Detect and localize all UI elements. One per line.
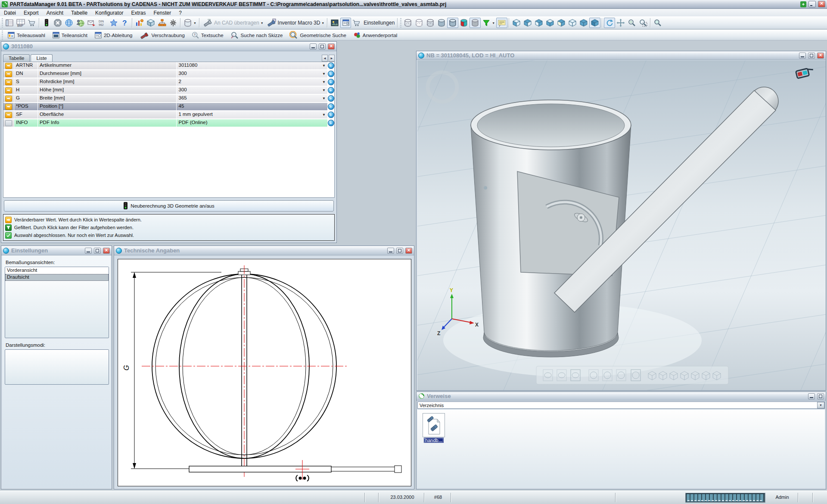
cart2-icon[interactable] [351, 18, 362, 28]
pan-icon[interactable] [615, 18, 626, 28]
tab-tabelle[interactable]: Tabelle [3, 54, 30, 62]
an-cad-button[interactable]: An CAD übertragen▼ [201, 18, 265, 28]
table-row-info[interactable]: INFOPDF InfoPDF (Online)▸ [3, 119, 334, 127]
nav-textsuche[interactable]: TTextsuche [188, 31, 227, 40]
recalc-3d-button[interactable]: Neuberechnung 3D Geometrie an/aus [4, 200, 334, 212]
render-image-icon[interactable] [329, 18, 340, 28]
view-cube-top-icon[interactable] [556, 18, 567, 28]
tech-close-button[interactable] [405, 248, 412, 254]
view-cube-front-icon[interactable] [533, 18, 544, 28]
nav-2d-ableitung[interactable]: 2D-Ableitung [91, 31, 136, 40]
einstellungen-button[interactable]: Einstellungen [362, 18, 396, 28]
viewport-3d[interactable]: Y X Z [417, 60, 826, 390]
value-info-icon[interactable]: ▸ [328, 79, 334, 85]
tab-scroll-right-button[interactable]: ► [329, 55, 335, 62]
view-cube-left-icon[interactable] [511, 18, 522, 28]
nav-teileansicht[interactable]: Teileansicht [49, 31, 91, 40]
value-dropdown-icon[interactable]: ▼ [322, 88, 326, 92]
verweise-minimize-button[interactable] [808, 393, 815, 399]
form-view-icon[interactable] [340, 18, 351, 28]
part-panel-minimize-button[interactable] [310, 44, 317, 50]
settings-minimize-button[interactable] [85, 248, 92, 254]
favorites-icon[interactable] [108, 18, 119, 28]
menu-ansicht[interactable]: Ansicht [43, 9, 67, 16]
menu-fenster[interactable]: Fenster [149, 9, 175, 16]
nav-anwenderportal[interactable]: Anwenderportal [350, 31, 401, 40]
menu-tabelle[interactable]: Tabelle [67, 9, 91, 16]
menu-?[interactable]: ? [175, 9, 186, 16]
cyl-gray-icon[interactable] [469, 18, 481, 28]
nav-suche-nach-skizze[interactable]: Suche nach Skizze [227, 31, 286, 40]
row-value[interactable]: 1 mm gepulvert▼ [177, 111, 327, 118]
annotation-icon[interactable] [496, 18, 507, 28]
verweise-maximize-button[interactable] [817, 393, 824, 399]
editable-value-icon[interactable] [5, 71, 12, 77]
parts-list-icon[interactable] [4, 18, 15, 28]
table-row-sf[interactable]: SFOberfläche1 mm gepulvert▼▸ [3, 111, 334, 119]
value-dropdown-icon[interactable]: ▼ [322, 80, 326, 84]
view-option-draufsicht[interactable]: Draufsicht [5, 274, 109, 281]
value-info-icon[interactable]: ▸ [328, 62, 334, 69]
value-dropdown-icon[interactable]: ▼ [322, 64, 326, 68]
table-row-artnr[interactable]: ARTNRArtikelnummer3011080▼▸ [3, 62, 334, 70]
settings-maximize-button[interactable] [94, 248, 101, 254]
menu-datei[interactable]: Datei [0, 9, 20, 16]
export-3d-icon[interactable] [145, 18, 156, 28]
menu-konfigurator[interactable]: Konfigurator [91, 9, 127, 16]
table-row-dn[interactable]: DNDurchmesser [mm]300▼▸ [3, 70, 334, 78]
cart-icon[interactable] [26, 18, 37, 28]
effects-icon[interactable] [168, 18, 179, 28]
value-dropdown-icon[interactable]: ▼ [322, 113, 326, 117]
combobox-dropdown-button[interactable]: ▼ [817, 402, 824, 408]
row-value[interactable]: 300▼ [177, 87, 327, 94]
row-value[interactable]: 45 [177, 103, 327, 110]
view-cube-iso-icon[interactable] [578, 18, 589, 28]
inventor-macro-button[interactable]: Inventor Macro 3D▼ [265, 18, 326, 28]
cyl-shaded-icon[interactable] [436, 18, 447, 28]
directory-combobox[interactable]: Verzeichnis ▼ [417, 401, 825, 409]
value-info-icon[interactable]: ▸ [328, 87, 334, 93]
rotate-icon[interactable] [604, 18, 615, 28]
user-web-icon[interactable] [75, 18, 86, 28]
cylinder-menu-icon[interactable]: ▼ [182, 18, 198, 28]
tech-maximize-button[interactable] [396, 248, 403, 254]
view3d-minimize-button[interactable] [799, 53, 806, 59]
nav-teileauswahl[interactable]: Teileauswahl [4, 31, 49, 40]
topology-icon[interactable] [156, 18, 168, 28]
traffic-light-icon[interactable] [41, 18, 52, 28]
view-option-vorderansicht[interactable]: Vorderansicht [5, 267, 109, 274]
table-row-pos[interactable]: *POSPosition [°]45▸ [3, 103, 334, 111]
editable-value-icon[interactable] [5, 63, 12, 69]
din-norm-icon[interactable]: DIN962 [97, 18, 108, 28]
cyl-shaded-edges-icon[interactable] [447, 18, 458, 28]
editable-value-icon[interactable] [5, 112, 12, 118]
tech-minimize-button[interactable] [387, 248, 394, 254]
value-dropdown-icon[interactable]: ▼ [322, 72, 326, 76]
view3d-close-button[interactable] [817, 53, 824, 59]
help-icon[interactable]: ? [119, 18, 131, 28]
cyl-colored-icon[interactable] [458, 18, 469, 28]
abort-icon[interactable] [52, 18, 63, 28]
view-cube-bottom-icon[interactable] [567, 18, 578, 28]
statistics-icon[interactable] [134, 18, 145, 28]
window-minimize-button[interactable] [808, 1, 816, 7]
nav-verschraubung[interactable]: Verschraubung [136, 31, 188, 40]
row-value[interactable]: 3011080▼ [177, 62, 327, 69]
table-row-h[interactable]: HHöhe [mm]300▼▸ [3, 87, 334, 94]
editable-value-icon[interactable] [5, 104, 12, 110]
display-modes-listbox[interactable] [5, 349, 109, 385]
table-row-g[interactable]: GBreite [mm]365▼▸ [3, 95, 334, 103]
viewport-overlay-toolbar[interactable] [536, 366, 728, 384]
table-row-s[interactable]: SRohrdicke [mm]2▼▸ [3, 78, 334, 86]
view-cube-iso2-icon[interactable] [589, 18, 600, 28]
row-value[interactable]: 300▼ [177, 70, 327, 78]
zoom-in-icon[interactable] [626, 18, 637, 28]
view-cube-back-icon[interactable] [544, 18, 556, 28]
view3d-maximize-button[interactable] [808, 53, 815, 59]
tab-scroll-left-button[interactable]: ◄ [322, 55, 328, 62]
menu-export[interactable]: Export [20, 9, 43, 16]
editable-value-icon[interactable] [5, 79, 12, 85]
part-panel-close-button[interactable] [328, 44, 335, 50]
cyl-wire-icon[interactable] [402, 18, 414, 28]
value-info-icon[interactable]: ▸ [328, 103, 334, 110]
